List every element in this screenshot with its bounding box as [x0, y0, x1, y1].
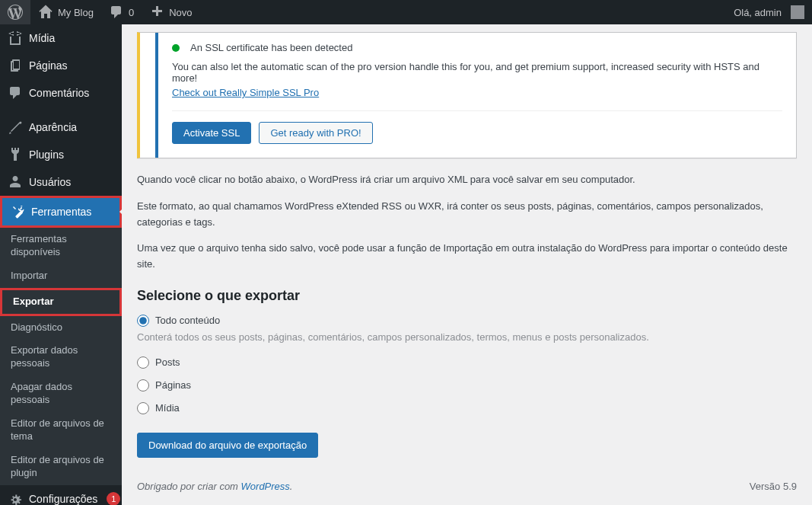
plus-icon [149, 5, 164, 20]
tools-submenu: Ferramentas disponíveis Importar Exporta… [0, 228, 122, 485]
howdy-text: Olá, admin [734, 7, 782, 18]
footer-version: Versão 5.9 [750, 481, 797, 492]
sidebar-item-plugins[interactable]: Plugins [0, 141, 122, 168]
submenu-export[interactable]: Exportar [0, 288, 122, 316]
option-all-desc: Conterá todos os seus posts, páginas, co… [137, 331, 797, 343]
wp-logo[interactable] [0, 0, 30, 24]
export-heading: Selecione o que exportar [137, 288, 797, 304]
site-name-link[interactable]: My Blog [30, 0, 101, 24]
new-label: Novo [169, 7, 192, 18]
submenu-theme-editor[interactable]: Editor de arquivos de tema [0, 412, 122, 449]
submenu-health[interactable]: Diagnóstico [0, 316, 122, 340]
ssl-detected-text: An SSL certificate has been detected [190, 42, 352, 53]
sidebar-item-users[interactable]: Usuários [0, 168, 122, 196]
submenu-erase-personal[interactable]: Apagar dados pessoais [0, 376, 122, 412]
ssl-description: You can also let the automatic scan of t… [172, 61, 782, 84]
radio-pages[interactable] [137, 379, 149, 392]
users-icon [8, 174, 23, 190]
intro-p3: Uma vez que o arquivo tenha sido salvo, … [137, 241, 797, 273]
sidebar-item-comments[interactable]: Comentários [0, 79, 122, 107]
comment-icon [109, 5, 124, 20]
content-area: An SSL certificate has been detected You… [122, 24, 812, 505]
intro-p2: Este formato, ao qual chamamos WordPress… [137, 199, 797, 231]
comments-link[interactable]: 0 [101, 0, 142, 24]
radio-media[interactable] [137, 402, 149, 414]
activate-ssl-button[interactable]: Activate SSL [172, 122, 251, 144]
footer-thanks: Obrigado por criar com WordPress. [137, 481, 292, 492]
sidebar-item-settings[interactable]: Configurações 1 [0, 485, 122, 505]
tools-icon [10, 204, 25, 219]
option-pages[interactable]: Páginas [137, 379, 797, 392]
plugins-icon [8, 147, 23, 162]
download-export-button[interactable]: Download do arquivo de exportação [137, 433, 318, 458]
footer-wp-link[interactable]: WordPress [241, 481, 290, 492]
sidebar-item-media[interactable]: Mídia [0, 24, 122, 52]
ssl-pro-link[interactable]: Check out Really Simple SSL Pro [172, 87, 319, 98]
media-icon [8, 30, 23, 46]
sidebar-item-pages[interactable]: Páginas [0, 52, 122, 79]
account-link[interactable]: Olá, admin [726, 0, 812, 24]
sidebar-item-tools[interactable]: Ferramentas [0, 196, 122, 228]
avatar [791, 5, 804, 19]
option-media[interactable]: Mídia [137, 402, 797, 414]
sidebar-item-appearance[interactable]: Aparência [0, 113, 122, 141]
new-link[interactable]: Novo [142, 0, 199, 24]
ssl-notice: An SSL certificate has been detected You… [137, 32, 797, 158]
radio-all[interactable] [137, 315, 149, 327]
comments-count: 0 [129, 7, 134, 18]
admin-menu: Mídia Páginas Comentários Aparência Plug… [0, 24, 122, 505]
appearance-icon [8, 120, 23, 135]
get-pro-button[interactable]: Get ready with PRO! [259, 122, 372, 144]
option-posts[interactable]: Posts [137, 356, 797, 369]
settings-icon [8, 491, 23, 505]
site-name: My Blog [58, 7, 94, 18]
option-all[interactable]: Todo conteúdo [137, 315, 797, 327]
submenu-export-personal[interactable]: Exportar dados pessoais [0, 339, 122, 376]
update-badge: 1 [107, 492, 120, 505]
status-dot-icon [172, 44, 180, 52]
pages-icon [8, 58, 23, 73]
submenu-import[interactable]: Importar [0, 264, 122, 288]
home-icon [38, 5, 53, 20]
submenu-available-tools[interactable]: Ferramentas disponíveis [0, 228, 122, 264]
intro-p1: Quando você clicar no botão abaixo, o Wo… [137, 172, 797, 188]
comments-icon [8, 85, 23, 101]
submenu-plugin-editor[interactable]: Editor de arquivos de plugin [0, 449, 122, 485]
radio-posts[interactable] [137, 356, 149, 369]
